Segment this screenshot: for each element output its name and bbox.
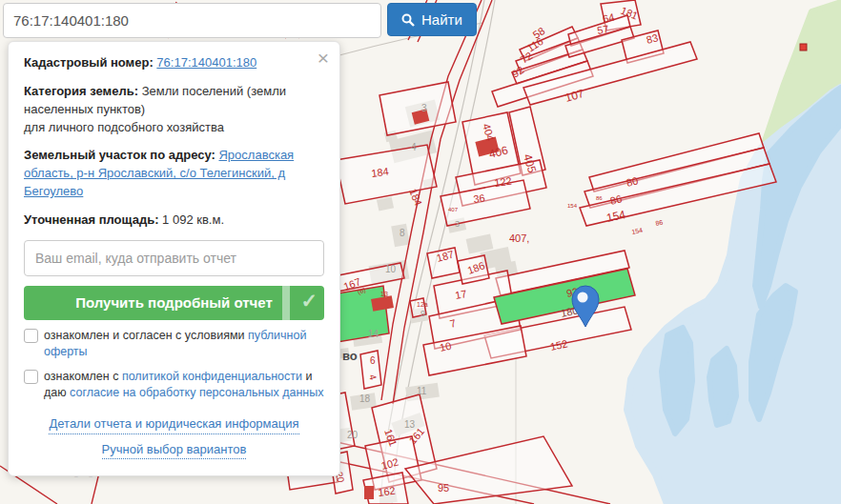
map-label: 18 — [359, 393, 371, 404]
map-label: 12а — [417, 301, 428, 308]
get-report-button[interactable]: Получить подробный отчет ✓ — [24, 286, 324, 320]
map-label: 122 — [494, 175, 513, 189]
map-label: 17 — [454, 288, 467, 301]
cadastral-number-link[interactable]: 76:17:140401:180 — [156, 55, 256, 70]
address-label: Земельный участок по адресу: — [24, 148, 215, 162]
map-label: 9 — [420, 309, 425, 318]
map-label: 13 — [404, 419, 416, 430]
map-label: 407, — [509, 232, 529, 244]
privacy-consent-row: ознакомлен с политикой конфиденциальност… — [24, 369, 324, 402]
check-icon: ✓ — [300, 290, 318, 312]
map-label: 10 — [439, 340, 452, 353]
map-label: 8 — [400, 228, 405, 238]
offer-consent-text-part: ознакомлен и согласен с условиями — [44, 329, 245, 342]
map-label: 4 — [411, 142, 417, 152]
panel-links: Детали отчета и юридическая информация Р… — [24, 415, 324, 467]
map-label: 154 — [567, 203, 578, 209]
close-icon[interactable]: × — [318, 48, 329, 68]
area-value: 1 092 кв.м. — [162, 212, 224, 227]
map-label: 10 — [385, 264, 397, 274]
map-label: 6 — [370, 355, 376, 366]
land-category-row: Категория земель: Земли поселений (земли… — [24, 83, 324, 137]
manual-select-link[interactable]: Ручной выбор вариантов — [102, 441, 247, 460]
find-button[interactable]: Найти — [387, 3, 477, 36]
area-row: Уточненная площадь: 1 092 кв.м. — [24, 212, 324, 230]
report-details-link[interactable]: Детали отчета и юридическая информация — [49, 415, 298, 434]
map-label: 14 — [368, 329, 379, 339]
privacy-consent-checkbox[interactable] — [24, 370, 38, 384]
offer-consent-checkbox[interactable] — [24, 329, 38, 343]
cadastral-number-row: Кадастровый номер: 76:17:140401:180 — [24, 54, 324, 72]
red-marker-dot[interactable] — [800, 44, 807, 50]
search-input[interactable] — [3, 3, 381, 38]
map-label: 162 — [378, 485, 397, 498]
get-report-button-label: Получить подробный отчет — [75, 294, 273, 311]
map-label: 184 — [371, 166, 390, 179]
area-label: Уточненная площадь: — [24, 212, 158, 227]
email-input[interactable] — [24, 240, 324, 276]
map-label: 86 — [596, 195, 603, 201]
offer-consent-text: ознакомлен и согласен с условиями публич… — [44, 328, 324, 361]
parcel-info-panel: × Кадастровый номер: 76:17:140401:180 Ка… — [8, 41, 340, 476]
map-label: во — [342, 349, 358, 363]
privacy-policy-link[interactable]: политикой конфиденциальности — [122, 370, 302, 383]
land-use-value: для личного подсобного хозяйства — [24, 120, 224, 134]
privacy-consent-text: ознакомлен с политикой конфиденциальност… — [44, 369, 324, 402]
map-label: 3 — [421, 103, 427, 113]
cadastral-number-label: Кадастровый номер: — [24, 55, 154, 70]
water-area-dark — [709, 349, 736, 425]
privacy-consent-text-part1: ознакомлен с — [44, 370, 118, 383]
address-row: Земельный участок по адресу: Ярославская… — [24, 147, 324, 201]
building-red — [364, 486, 374, 499]
map-label: 20 — [347, 430, 359, 440]
offer-consent-row: ознакомлен и согласен с условиями публич… — [24, 328, 324, 361]
map-label: 36 — [473, 192, 486, 205]
map-label: 95 — [438, 482, 449, 494]
find-button-label: Найти — [421, 11, 462, 28]
personal-data-link[interactable]: согласие на обработку персональных данны… — [70, 386, 323, 399]
search-bar: Найти — [3, 3, 477, 38]
map-label: 13 — [380, 291, 388, 297]
button-stripe — [282, 286, 290, 320]
map-label: 11 — [417, 386, 427, 396]
map-label: 3 — [455, 219, 460, 229]
map-label: 407 — [448, 207, 459, 212]
land-category-label: Категория земель: — [24, 84, 138, 98]
water-area-dark — [662, 328, 692, 433]
map-label: 57 — [596, 23, 609, 36]
search-icon — [401, 13, 415, 27]
